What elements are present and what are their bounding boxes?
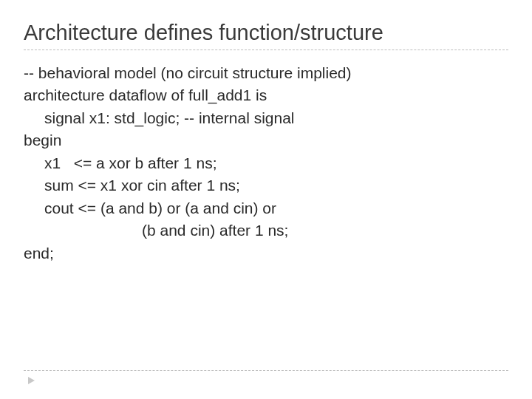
code-line-begin: begin xyxy=(24,129,508,151)
code-line-end: end; xyxy=(24,242,508,265)
code-line-comment: -- behavioral model (no circuit structur… xyxy=(24,62,508,84)
code-block: -- behavioral model (no circuit structur… xyxy=(24,62,508,265)
footer-divider xyxy=(24,370,508,371)
slide-title: Architecture defines function/structure xyxy=(24,21,508,50)
code-line-sum: sum <= x1 xor cin after 1 ns; xyxy=(24,174,508,197)
code-line-architecture: architecture dataflow of full_add1 is xyxy=(24,84,508,106)
footer-arrow-icon xyxy=(28,377,35,384)
code-line-cout-cont: (b and cin) after 1 ns; xyxy=(24,219,508,242)
code-line-cout: cout <= (a and b) or (a and cin) or xyxy=(24,197,508,219)
code-line-signal: signal x1: std_logic; -- internal signal xyxy=(24,107,508,129)
code-line-x1: x1 <= a xor b after 1 ns; xyxy=(24,152,508,174)
